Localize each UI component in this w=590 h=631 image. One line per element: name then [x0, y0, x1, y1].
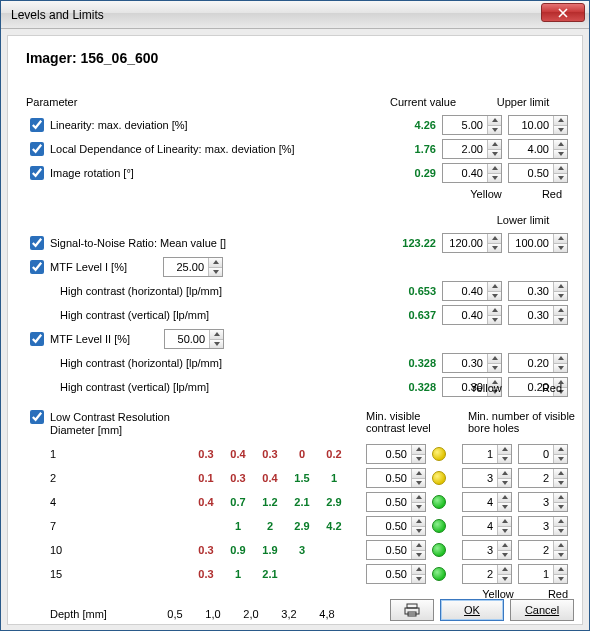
rotation-yellow-input[interactable] [443, 164, 487, 182]
chk-mtf2[interactable] [30, 332, 44, 346]
cancel-button[interactable]: Cancel [510, 599, 574, 621]
mtf2-h-yellow-down[interactable] [488, 364, 501, 373]
mtf2-level-input[interactable] [165, 330, 209, 348]
mtf1-h-yellow-input[interactable] [443, 282, 487, 300]
lcr-min-2-up[interactable] [412, 493, 425, 503]
mtf1-v-yellow-input[interactable] [443, 306, 487, 324]
lcr-b1-0-input[interactable] [463, 445, 497, 463]
lcr-min-4-up[interactable] [412, 541, 425, 551]
lcr-b2-3-up[interactable] [554, 517, 567, 527]
local-dep-yellow[interactable] [442, 139, 502, 159]
mtf1-v-red-input[interactable] [509, 306, 553, 324]
local-dep-red-input[interactable] [509, 140, 553, 158]
linearity-red[interactable] [508, 115, 568, 135]
linearity-red-input[interactable] [509, 116, 553, 134]
lcr-min-3-down[interactable] [412, 527, 425, 536]
mtf2-h-yellow-up[interactable] [488, 354, 501, 364]
local-dep-yellow-down[interactable] [488, 150, 501, 159]
lcr-min-1-down[interactable] [412, 479, 425, 488]
rotation-yellow-down[interactable] [488, 174, 501, 183]
chk-mtf1[interactable] [30, 260, 44, 274]
snr-yellow-input[interactable] [443, 234, 487, 252]
lcr-b1-2[interactable] [462, 492, 512, 512]
mtf2-h-red-down[interactable] [554, 364, 567, 373]
lcr-b1-2-down[interactable] [498, 503, 511, 512]
lcr-b2-2[interactable] [518, 492, 568, 512]
local-dep-red[interactable] [508, 139, 568, 159]
lcr-b2-0-down[interactable] [554, 455, 567, 464]
lcr-b1-4[interactable] [462, 540, 512, 560]
lcr-min-4-input[interactable] [367, 541, 411, 559]
close-button[interactable] [541, 3, 585, 22]
lcr-b1-2-up[interactable] [498, 493, 511, 503]
lcr-min-5[interactable] [366, 564, 426, 584]
lcr-b2-1-up[interactable] [554, 469, 567, 479]
mtf1-level-down[interactable] [209, 268, 222, 277]
ok-button[interactable]: OK [440, 599, 504, 621]
mtf2-h-red-input[interactable] [509, 354, 553, 372]
mtf2-h-red[interactable] [508, 353, 568, 373]
lcr-b1-0-down[interactable] [498, 455, 511, 464]
lcr-b1-1-input[interactable] [463, 469, 497, 487]
lcr-b2-0-input[interactable] [519, 445, 553, 463]
rotation-red-up[interactable] [554, 164, 567, 174]
mtf1-level[interactable] [163, 257, 223, 277]
mtf1-h-red[interactable] [508, 281, 568, 301]
lcr-b1-5-down[interactable] [498, 575, 511, 584]
lcr-min-0-down[interactable] [412, 455, 425, 464]
lcr-b2-3-down[interactable] [554, 527, 567, 536]
mtf1-v-red[interactable] [508, 305, 568, 325]
chk-linearity[interactable] [30, 118, 44, 132]
mtf1-level-up[interactable] [209, 258, 222, 268]
snr-yellow[interactable] [442, 233, 502, 253]
lcr-b2-0[interactable] [518, 444, 568, 464]
mtf1-h-red-up[interactable] [554, 282, 567, 292]
snr-red-down[interactable] [554, 244, 567, 253]
lcr-min-3-up[interactable] [412, 517, 425, 527]
lcr-b1-4-down[interactable] [498, 551, 511, 560]
lcr-b1-1-up[interactable] [498, 469, 511, 479]
lcr-min-1[interactable] [366, 468, 426, 488]
lcr-b2-4[interactable] [518, 540, 568, 560]
lcr-min-2[interactable] [366, 492, 426, 512]
mtf1-h-yellow-up[interactable] [488, 282, 501, 292]
lcr-b1-3-input[interactable] [463, 517, 497, 535]
mtf1-level-input[interactable] [164, 258, 208, 276]
snr-yellow-up[interactable] [488, 234, 501, 244]
chk-rotation[interactable] [30, 166, 44, 180]
lcr-b2-4-up[interactable] [554, 541, 567, 551]
lcr-checkbox[interactable] [30, 410, 44, 424]
lcr-b1-0[interactable] [462, 444, 512, 464]
mtf1-v-yellow[interactable] [442, 305, 502, 325]
lcr-b2-1-input[interactable] [519, 469, 553, 487]
linearity-red-up[interactable] [554, 116, 567, 126]
local-dep-yellow-input[interactable] [443, 140, 487, 158]
lcr-b1-5-input[interactable] [463, 565, 497, 583]
mtf1-h-yellow[interactable] [442, 281, 502, 301]
lcr-min-5-up[interactable] [412, 565, 425, 575]
local-dep-red-down[interactable] [554, 150, 567, 159]
lcr-min-5-input[interactable] [367, 565, 411, 583]
lcr-min-0-up[interactable] [412, 445, 425, 455]
lcr-b2-4-down[interactable] [554, 551, 567, 560]
lcr-min-4[interactable] [366, 540, 426, 560]
snr-red-input[interactable] [509, 234, 553, 252]
rotation-red-input[interactable] [509, 164, 553, 182]
mtf1-v-yellow-up[interactable] [488, 306, 501, 316]
lcr-b1-4-input[interactable] [463, 541, 497, 559]
lcr-min-3[interactable] [366, 516, 426, 536]
snr-yellow-down[interactable] [488, 244, 501, 253]
mtf1-v-red-up[interactable] [554, 306, 567, 316]
lcr-b1-5-up[interactable] [498, 565, 511, 575]
lcr-b2-4-input[interactable] [519, 541, 553, 559]
lcr-b1-3-up[interactable] [498, 517, 511, 527]
mtf2-h-red-up[interactable] [554, 354, 567, 364]
rotation-yellow[interactable] [442, 163, 502, 183]
lcr-min-1-up[interactable] [412, 469, 425, 479]
linearity-yellow-input[interactable] [443, 116, 487, 134]
lcr-b2-1[interactable] [518, 468, 568, 488]
lcr-b1-4-up[interactable] [498, 541, 511, 551]
lcr-b1-3[interactable] [462, 516, 512, 536]
rotation-red-down[interactable] [554, 174, 567, 183]
lcr-b2-2-input[interactable] [519, 493, 553, 511]
